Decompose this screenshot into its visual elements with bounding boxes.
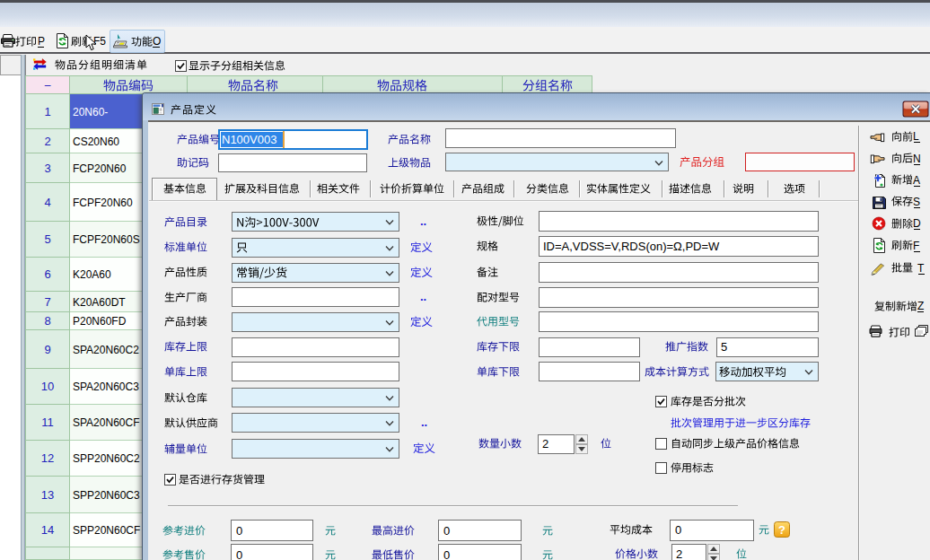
svg-text:?: ?	[778, 523, 785, 537]
